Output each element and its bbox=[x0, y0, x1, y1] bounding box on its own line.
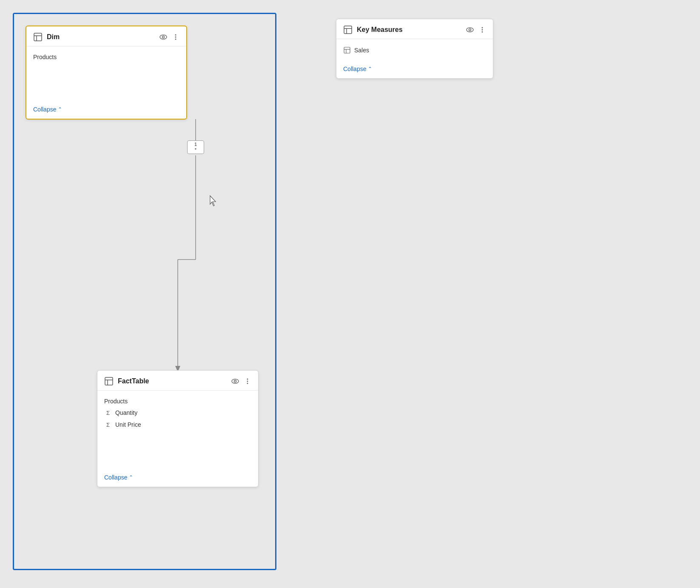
svg-point-12 bbox=[175, 39, 176, 40]
fact-card-header: FactTable bbox=[97, 371, 258, 391]
relationship-bottom-label: * bbox=[195, 147, 196, 153]
list-item: Sales bbox=[343, 44, 486, 56]
dim-products-label: Products bbox=[33, 54, 57, 60]
fact-card-actions bbox=[231, 377, 251, 385]
svg-rect-13 bbox=[105, 377, 113, 385]
svg-point-10 bbox=[175, 34, 176, 36]
relationship-badge: 1 * bbox=[187, 140, 204, 154]
list-item: Products bbox=[104, 396, 251, 407]
svg-point-18 bbox=[247, 379, 248, 380]
dim-card-spacer bbox=[26, 68, 186, 102]
key-measures-chevron-icon: ⌃ bbox=[368, 66, 372, 72]
fact-products-label: Products bbox=[104, 398, 128, 405]
diagram-canvas: 1 * Dim bbox=[0, 0, 700, 588]
dim-card-body: Products bbox=[26, 46, 186, 68]
dim-visibility-icon[interactable] bbox=[159, 33, 168, 41]
fact-card-body: Products Σ Quantity Σ Unit Price bbox=[97, 391, 258, 436]
svg-rect-21 bbox=[344, 26, 352, 34]
key-measures-more-icon[interactable] bbox=[478, 26, 486, 34]
key-measures-header: Key Measures bbox=[336, 19, 493, 39]
svg-point-28 bbox=[482, 31, 483, 33]
fact-more-icon[interactable] bbox=[244, 377, 251, 385]
dim-card-actions bbox=[159, 33, 179, 41]
fact-chevron-icon: ⌃ bbox=[129, 474, 133, 480]
svg-point-16 bbox=[232, 379, 239, 383]
sum-icon-unitprice: Σ bbox=[104, 421, 112, 428]
key-measures-sales-label: Sales bbox=[354, 47, 369, 54]
key-measures-collapse-button[interactable]: Collapse ⌃ bbox=[336, 61, 379, 78]
fact-collapse-button[interactable]: Collapse ⌃ bbox=[97, 470, 140, 487]
fact-card-spacer bbox=[97, 436, 258, 470]
fact-visibility-icon[interactable] bbox=[231, 377, 239, 385]
svg-point-24 bbox=[467, 28, 473, 32]
fact-quantity-label: Quantity bbox=[115, 409, 137, 416]
mouse-cursor bbox=[208, 195, 219, 208]
svg-point-25 bbox=[469, 29, 471, 31]
key-measures-title: Key Measures bbox=[357, 26, 466, 34]
svg-point-26 bbox=[482, 27, 483, 29]
relationship-top-label: 1 bbox=[194, 142, 197, 147]
dim-card-title: Dim bbox=[47, 33, 159, 41]
svg-point-27 bbox=[482, 29, 483, 31]
fact-card: FactTable Produc bbox=[97, 370, 259, 487]
sales-table-icon bbox=[343, 46, 351, 54]
key-measures-card: Key Measures bbox=[336, 19, 493, 79]
svg-point-19 bbox=[247, 381, 248, 382]
key-measures-collapse-label: Collapse bbox=[343, 66, 366, 72]
fact-card-title: FactTable bbox=[118, 377, 231, 385]
svg-point-20 bbox=[247, 383, 248, 384]
list-item: Σ Quantity bbox=[104, 407, 251, 419]
fact-collapse-label: Collapse bbox=[104, 474, 127, 481]
sum-icon-quantity: Σ bbox=[104, 409, 112, 417]
svg-rect-29 bbox=[344, 47, 350, 53]
dim-chevron-icon: ⌃ bbox=[58, 106, 62, 112]
list-item: Σ Unit Price bbox=[104, 419, 251, 431]
dim-table-icon bbox=[33, 32, 43, 42]
dim-card-header: Dim bbox=[26, 26, 186, 46]
svg-point-9 bbox=[162, 36, 165, 38]
dim-more-icon[interactable] bbox=[172, 33, 179, 41]
fact-unitprice-label: Unit Price bbox=[115, 421, 141, 428]
key-measures-body: Sales bbox=[336, 39, 493, 61]
fact-table-icon bbox=[104, 377, 114, 386]
dim-card: Dim bbox=[26, 26, 187, 120]
svg-point-8 bbox=[160, 35, 167, 39]
dim-collapse-label: Collapse bbox=[33, 106, 56, 113]
key-measures-table-icon bbox=[343, 25, 353, 34]
list-item: Products bbox=[33, 51, 179, 63]
svg-point-11 bbox=[175, 37, 176, 38]
key-measures-visibility-icon[interactable] bbox=[466, 26, 474, 34]
dim-collapse-button[interactable]: Collapse ⌃ bbox=[26, 102, 69, 119]
key-measures-actions bbox=[466, 26, 486, 34]
svg-point-17 bbox=[234, 380, 236, 382]
svg-rect-5 bbox=[34, 33, 42, 41]
